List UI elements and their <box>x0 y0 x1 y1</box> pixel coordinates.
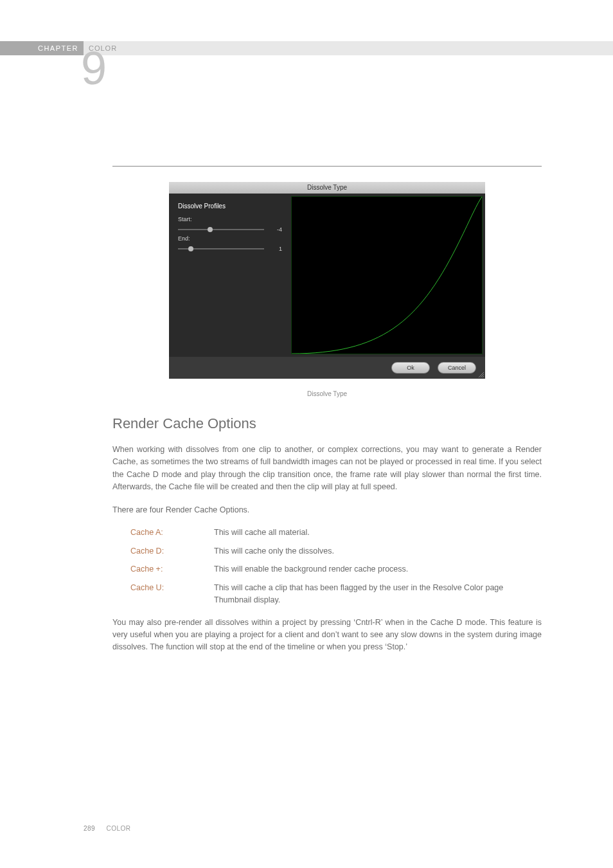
resize-handle-icon[interactable] <box>477 371 484 377</box>
list-item: Cache +: This will enable the background… <box>130 563 542 575</box>
ok-button[interactable]: Ok <box>391 362 430 374</box>
list-item: Cache A: This will cache all material. <box>130 527 542 539</box>
page-footer: 289 COLOR <box>84 825 131 832</box>
chapter-number: 9 <box>81 45 107 91</box>
list-item: Cache U: This will cache a clip that has… <box>130 582 542 606</box>
cancel-button[interactable]: Cancel <box>438 362 476 374</box>
option-key: Cache D: <box>130 545 214 557</box>
end-slider[interactable] <box>178 248 264 249</box>
option-val: This will cache all material. <box>214 527 542 539</box>
footer-label: COLOR <box>106 825 130 832</box>
option-key: Cache U: <box>130 582 214 606</box>
option-val: This will cache only the dissolves. <box>214 545 542 557</box>
dialog-title: Dissolve Type <box>169 182 485 194</box>
dialog-footer: Ok Cancel <box>169 357 485 379</box>
paragraph-3: You may also pre-render all dissolves wi… <box>112 617 542 654</box>
option-val: This will enable the background render c… <box>214 563 542 575</box>
page-number: 289 <box>84 825 95 832</box>
end-label: End: <box>178 235 282 242</box>
paragraph-2: There are four Render Cache Options. <box>112 504 542 516</box>
chapter-label: CHAPTER <box>0 41 84 55</box>
end-value: 1 <box>268 246 282 252</box>
option-val: This will cache a clip that has been fla… <box>214 582 542 606</box>
option-key: Cache A: <box>130 527 214 539</box>
svg-line-2 <box>483 376 484 377</box>
start-label: Start: <box>178 216 282 222</box>
figure-caption: Dissolve Type <box>112 390 542 397</box>
dialog-body: Dissolve Profiles Start: -4 End: 1 <box>169 194 485 357</box>
start-slider[interactable] <box>178 229 264 230</box>
list-item: Cache D: This will cache only the dissol… <box>130 545 542 557</box>
section-heading: Render Cache Options <box>112 415 542 432</box>
dissolve-type-dialog: Dissolve Type Dissolve Profiles Start: -… <box>169 182 485 379</box>
dissolve-curve-graph <box>291 196 483 354</box>
end-slider-row: 1 <box>178 246 282 252</box>
cache-options-list: Cache A: This will cache all material. C… <box>130 527 542 606</box>
option-key: Cache +: <box>130 563 214 575</box>
start-slider-row: -4 <box>178 226 282 233</box>
start-value: -4 <box>268 226 282 233</box>
divider <box>112 166 542 167</box>
paragraph-1: When working with dissolves from one cli… <box>112 444 542 494</box>
page-content: Dissolve Type Dissolve Profiles Start: -… <box>112 166 542 664</box>
dissolve-profiles-label: Dissolve Profiles <box>178 203 282 210</box>
dissolve-profiles-panel: Dissolve Profiles Start: -4 End: 1 <box>169 194 291 357</box>
